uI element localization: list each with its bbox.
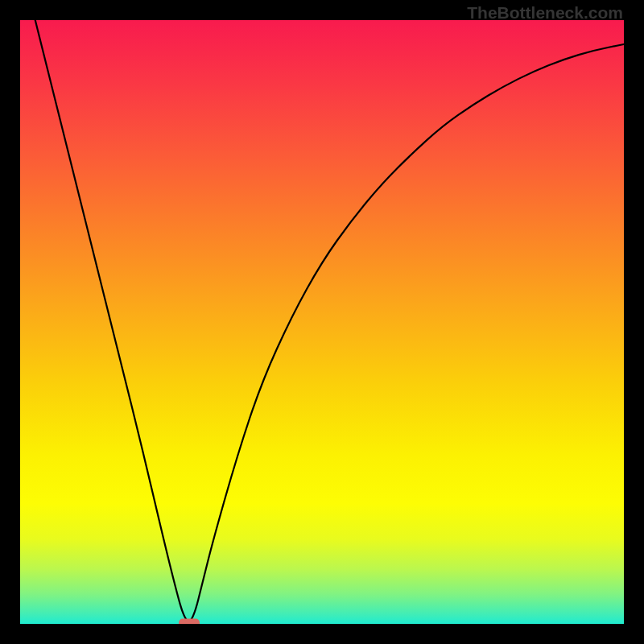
curve-layer xyxy=(20,20,624,624)
plot-area xyxy=(20,20,624,624)
watermark-text: TheBottleneck.com xyxy=(467,3,623,23)
minimum-marker xyxy=(179,619,200,625)
chart-frame: TheBottleneck.com xyxy=(0,0,644,644)
bottleneck-curve xyxy=(20,20,624,621)
